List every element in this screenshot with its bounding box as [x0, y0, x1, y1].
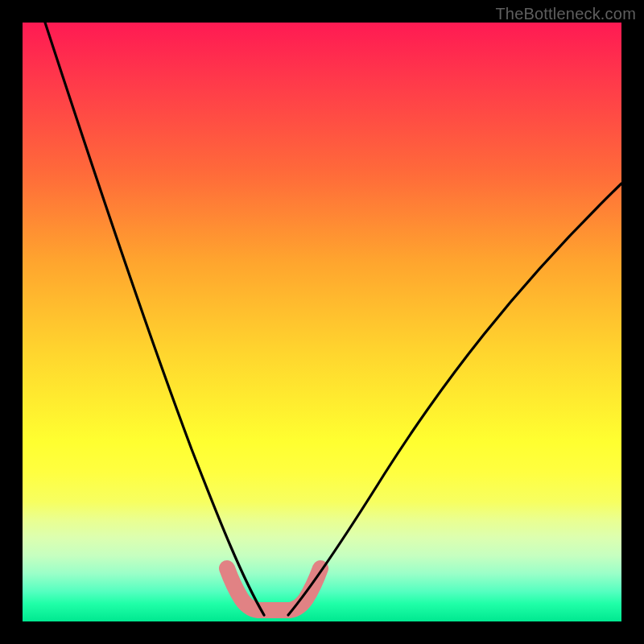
chart-svg — [23, 23, 621, 621]
trough-highlight — [227, 568, 320, 610]
right-curve — [288, 184, 621, 615]
left-curve — [45, 23, 264, 615]
watermark-text: TheBottleneck.com — [495, 5, 636, 23]
chart-plot-area — [23, 23, 621, 621]
